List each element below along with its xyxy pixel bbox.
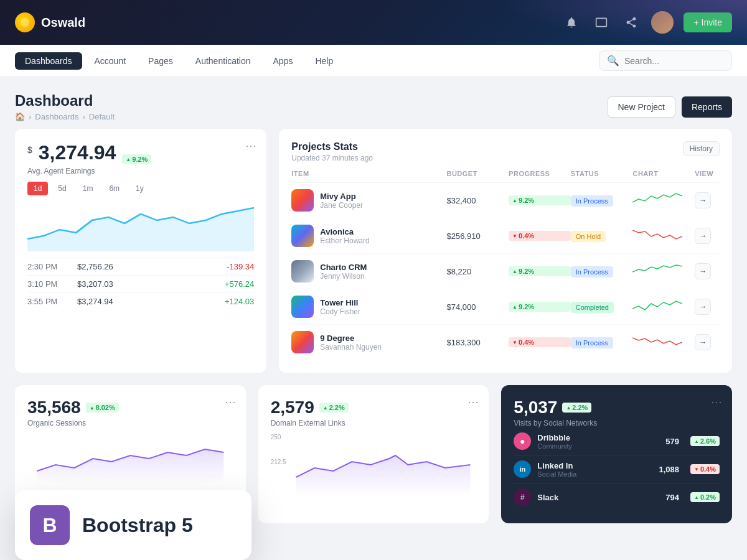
nav-item-dashboards[interactable]: Dashboards — [15, 52, 82, 70]
project-view-btn[interactable]: → — [695, 228, 711, 244]
table-row: Tower Hill Cody Fisher $74,000 9.2% Comp… — [291, 289, 720, 325]
project-progress: 9.2% — [509, 302, 571, 312]
time-filters: 1d 5d 1m 6m 1y — [27, 182, 254, 195]
new-project-button[interactable]: New Project — [608, 96, 675, 118]
social-card-menu[interactable]: ⋯ — [711, 395, 722, 409]
project-info: Tower Hill Cody Fisher — [320, 298, 360, 316]
project-view-btn[interactable]: → — [695, 263, 711, 279]
project-item: 9 Degree Savannah Nguyen — [291, 331, 446, 353]
project-name: Avionica — [320, 227, 369, 236]
project-progress: 0.4% — [509, 231, 571, 241]
project-name: Mivy App — [320, 192, 363, 201]
project-thumb-9degree — [291, 331, 314, 353]
search-input[interactable] — [624, 56, 724, 66]
change-1: -139.34 — [227, 262, 254, 271]
project-chart — [632, 296, 682, 317]
project-status: In Process — [571, 266, 633, 278]
social-number: 5,037 — [514, 398, 557, 418]
table-header: ITEM BUDGET PROGRESS STATUS CHART VIEW — [291, 165, 720, 183]
invite-button[interactable]: + Invite — [684, 12, 732, 32]
screen-icon[interactable] — [591, 12, 611, 32]
project-owner: Jane Cooper — [320, 201, 363, 210]
nav-item-help[interactable]: Help — [305, 52, 343, 70]
nav-item-account[interactable]: Account — [85, 52, 136, 70]
organic-card-menu[interactable]: ⋯ — [225, 395, 236, 409]
logo-icon — [15, 12, 35, 32]
organic-label: Organic Sessions — [27, 419, 233, 427]
projects-title-section: Projects Stats Updated 37 minutes ago — [291, 141, 373, 162]
bootstrap-icon: B — [30, 505, 70, 545]
project-thumb-tower — [291, 296, 314, 318]
project-item: Charto CRM Jenny Wilson — [291, 260, 446, 282]
project-chart — [632, 190, 682, 211]
filter-6m[interactable]: 6m — [103, 182, 126, 195]
status-badge: Completed — [571, 302, 614, 313]
project-view-btn[interactable]: → — [695, 334, 711, 350]
breadcrumb: 🏠 › Dashboards › Default — [15, 112, 115, 121]
bootstrap-text: Bootstrap 5 — [82, 514, 193, 537]
change-3: +124.03 — [225, 297, 254, 306]
notification-icon[interactable] — [561, 12, 581, 32]
project-info: Avionica Esther Howard — [320, 227, 369, 245]
project-chart — [632, 225, 682, 246]
project-status: In Process — [571, 337, 633, 348]
slack-badge: 0.2% — [690, 492, 720, 502]
earnings-badge: 9.2% — [122, 154, 151, 164]
val-3: $3,274.94 — [77, 297, 225, 306]
share-icon[interactable] — [621, 12, 641, 32]
earnings-card-menu[interactable]: ⋯ — [245, 139, 256, 152]
nav-item-pages[interactable]: Pages — [138, 52, 183, 70]
dribbble-count: 579 — [665, 437, 679, 446]
project-name: Charto CRM — [320, 263, 367, 272]
change-2: +576.24 — [225, 279, 254, 289]
reports-button[interactable]: Reports — [682, 96, 732, 118]
nav-item-authentication[interactable]: Authentication — [186, 52, 261, 70]
col-status: STATUS — [571, 170, 633, 177]
search-bar: 🔍 — [599, 50, 732, 71]
domain-number: 2,579 — [271, 398, 314, 418]
slack-count: 794 — [665, 493, 679, 502]
main-content: Dashboard 🏠 › Dashboards › Default New P… — [0, 77, 747, 560]
organic-stat-header: 35,568 8.02% — [27, 398, 233, 418]
project-view-btn[interactable]: → — [695, 192, 711, 208]
avatar-image — [651, 11, 674, 34]
avatar[interactable] — [651, 11, 674, 34]
project-view-btn[interactable]: → — [695, 299, 711, 315]
history-button[interactable]: History — [683, 141, 720, 156]
project-status: Completed — [571, 301, 633, 313]
project-progress: 9.2% — [509, 266, 571, 276]
page-title: Dashboard — [15, 92, 115, 110]
domain-stat-header: 2,579 2.2% — [271, 398, 477, 418]
slack-name: Slack — [537, 493, 558, 502]
dribbble-icon: ● — [514, 432, 531, 450]
logo[interactable]: Oswald — [15, 12, 85, 32]
project-info: 9 Degree Savannah Nguyen — [320, 334, 382, 352]
linkedin-badge: 0.4% — [690, 464, 720, 474]
project-item: Mivy App Jane Cooper — [291, 189, 446, 212]
filter-5d[interactable]: 5d — [52, 182, 72, 195]
status-badge: In Process — [571, 266, 613, 278]
social-stat-header: 5,037 2.2% — [514, 398, 720, 418]
domain-card-menu[interactable]: ⋯ — [467, 395, 479, 409]
organic-badge: 8.02% — [86, 403, 119, 413]
project-status: In Process — [571, 195, 633, 207]
time-3: 3:55 PM — [27, 297, 77, 306]
filter-1y[interactable]: 1y — [129, 182, 150, 195]
currency-symbol: $ — [27, 145, 32, 155]
time-2: 3:10 PM — [27, 279, 77, 289]
social-row-dribbble: ● Dribbble Community 579 2.6% — [514, 427, 720, 455]
filter-1d[interactable]: 1d — [27, 182, 48, 195]
projects-header: Projects Stats Updated 37 minutes ago Hi… — [291, 141, 720, 162]
project-budget: $256,910 — [446, 231, 509, 241]
social-label: Visits by Social Networks — [514, 419, 720, 427]
project-budget: $183,300 — [446, 338, 509, 347]
bootstrap-letter: B — [42, 514, 57, 537]
project-name: 9 Degree — [320, 334, 382, 343]
page-title-section: Dashboard 🏠 › Dashboards › Default — [15, 92, 115, 121]
data-row-2: 3:10 PM $3,207.03 +576.24 — [27, 275, 254, 292]
breadcrumb-sep1: › — [29, 112, 31, 121]
table-row: Mivy App Jane Cooper $32,400 9.2% In Pro… — [291, 183, 720, 218]
filter-1m[interactable]: 1m — [77, 182, 100, 195]
project-thumb-mivy — [291, 189, 314, 212]
nav-item-apps[interactable]: Apps — [263, 52, 303, 70]
